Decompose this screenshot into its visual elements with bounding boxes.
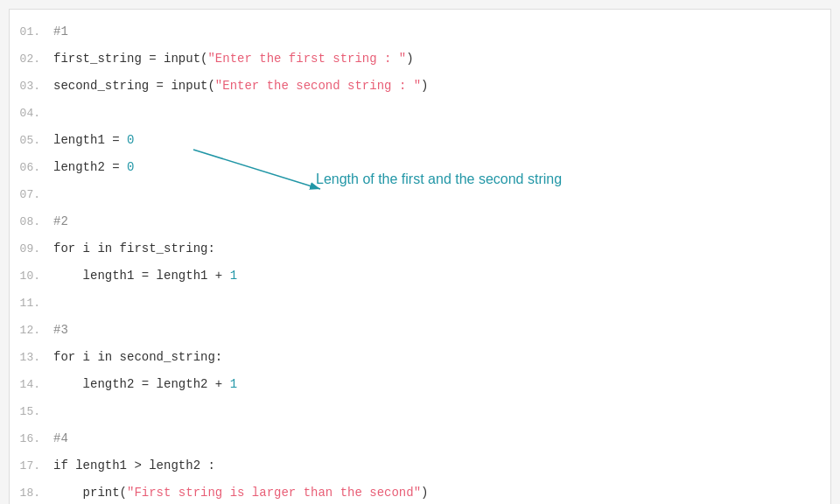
line-number: 17.: [10, 454, 53, 478]
code-line: 04.: [10, 100, 830, 127]
code-editor: 01.#102.first_string = input("Enter the …: [9, 9, 831, 504]
line-number: 13.: [10, 346, 53, 369]
line-content: #3: [53, 318, 68, 342]
line-number: 18.: [10, 481, 53, 504]
code-line: 06.length2 = 0: [10, 154, 830, 181]
line-number: 12.: [10, 318, 53, 342]
line-content: #4: [53, 427, 68, 451]
line-number: 16.: [10, 427, 53, 451]
line-content: for i in second_string:: [53, 346, 222, 369]
line-number: 15.: [10, 400, 53, 424]
code-line: 12.#3: [10, 317, 830, 344]
line-number: 04.: [10, 102, 53, 125]
code-line: 11.: [10, 290, 830, 317]
line-content: #1: [53, 20, 68, 44]
line-number: 01.: [10, 20, 53, 44]
line-number: 02.: [10, 47, 53, 71]
line-content: length1 = length1 + 1: [53, 264, 237, 288]
code-line: 13.for i in second_string:: [10, 344, 830, 371]
line-content: if length1 > length2 :: [53, 454, 215, 478]
code-line: 02.first_string = input("Enter the first…: [10, 46, 830, 73]
code-lines: 01.#102.first_string = input("Enter the …: [10, 18, 830, 504]
line-number: 08.: [10, 210, 53, 234]
code-line: 17.if length1 > length2 :: [10, 452, 830, 480]
code-line: 10. length1 = length1 + 1: [10, 262, 830, 290]
code-line: 09.for i in first_string:: [10, 235, 830, 262]
code-line: 03.second_string = input("Enter the seco…: [10, 73, 830, 100]
line-number: 05.: [10, 129, 53, 152]
line-number: 10.: [10, 264, 53, 288]
line-number: 07.: [10, 183, 53, 206]
code-line: 15.: [10, 398, 830, 425]
line-number: 11.: [10, 291, 53, 315]
line-content: length2 = length2 + 1: [53, 373, 237, 396]
line-content: for i in first_string:: [53, 237, 215, 261]
line-content: first_string = input("Enter the first st…: [53, 47, 414, 71]
line-number: 06.: [10, 156, 53, 179]
line-content: #2: [53, 210, 68, 234]
code-line: 08.#2: [10, 208, 830, 235]
code-line: 16.#4: [10, 425, 830, 452]
code-line: 01.#1: [10, 18, 830, 46]
line-content: length2 = 0: [53, 156, 134, 179]
line-number: 03.: [10, 74, 53, 98]
line-content: length1 = 0: [53, 129, 134, 152]
line-number: 09.: [10, 237, 53, 261]
code-line: 05.length1 = 0: [10, 127, 830, 154]
line-number: 14.: [10, 373, 53, 396]
line-content: second_string = input("Enter the second …: [53, 74, 429, 98]
code-line: 18. print("First string is larger than t…: [10, 480, 830, 504]
code-line: 14. length2 = length2 + 1: [10, 371, 830, 398]
code-line: 07.: [10, 181, 830, 208]
line-content: print("First string is larger than the s…: [53, 481, 428, 504]
